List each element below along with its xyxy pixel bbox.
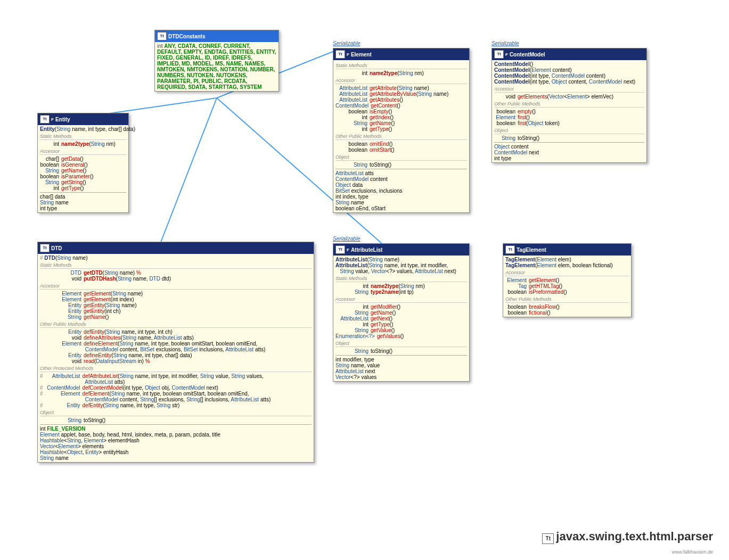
class-entity: TtFEntity Entity (String name, int type,… (37, 113, 129, 213)
section-accessor: Accessor (335, 77, 467, 84)
method: getContent (371, 103, 397, 109)
class-icon: Tt (335, 50, 345, 59)
svg-line-1 (160, 98, 217, 245)
section-static: Static Methods (335, 275, 467, 282)
args: (int tp) (398, 289, 413, 295)
section-accessor: Accessor (494, 86, 644, 93)
package-title: Ttjavax.swing.text.html.parser (542, 530, 713, 544)
class-dtdconstants: TtDTDConstants int ANY, CDATA, CONREF, C… (154, 30, 279, 92)
section-object: Object (335, 154, 467, 161)
args: (int ch) (104, 308, 121, 314)
method: getValue (371, 327, 391, 333)
ret: char[] (40, 156, 61, 162)
footer-link[interactable]: www.falkhausen.de (671, 549, 713, 555)
method: getAttributes (370, 97, 399, 103)
method: defElement (83, 391, 110, 397)
class-title: ContentModel (510, 52, 545, 57)
method: getValues (377, 333, 400, 339)
method: fictional (529, 310, 547, 316)
ctor: DTD (44, 255, 55, 261)
class-header: TtFEntity (38, 113, 128, 125)
method: defAttributeList (83, 373, 118, 379)
ctor: Entity (40, 126, 55, 132)
ret: boolean (40, 162, 61, 168)
class-header: TtFElement (333, 48, 469, 60)
method: getModifier (371, 304, 397, 310)
args: (int index) (111, 297, 134, 302)
method: defineEntity (84, 352, 111, 358)
method: toString (370, 162, 388, 168)
method: getElements (518, 94, 547, 100)
method: getHTMLTag (529, 283, 559, 289)
method: getAttribute (370, 85, 397, 91)
class-tagelement: TtTagElement TagElement (Element elem) T… (503, 243, 632, 317)
method: breaksFlow (529, 304, 556, 310)
class-icon: Tt (335, 245, 345, 254)
class-header: TtDTDConstants (155, 30, 279, 42)
class-icon: Tt (505, 245, 515, 254)
method: getDTD (84, 270, 103, 276)
constants-list: ANY, CDATA, CONREF, CURRENT, DEFAULT, EM… (157, 43, 276, 90)
method: getIndex (370, 114, 390, 120)
method: getAttributeByValue (370, 91, 416, 97)
class-dtd: TtDTD # DTD (String name) Static Methods… (37, 242, 314, 463)
ctor: ContentModel (494, 61, 530, 67)
class-title: Element (351, 52, 372, 57)
field: int index, type (335, 194, 467, 200)
class-header: TtDTD (38, 242, 314, 254)
method: first (518, 114, 526, 120)
class-element: TtFElement Static Methods intname2type (… (333, 48, 470, 213)
method: defineElement (84, 341, 118, 347)
method: name2type (370, 70, 397, 76)
class-header: TtTagElement (503, 244, 631, 256)
ctor-args: (String name, int type, char[] data) (55, 126, 135, 132)
section-object: Object (335, 340, 467, 347)
section-accessor: Accessor (335, 296, 467, 303)
method: isParameter (61, 174, 90, 179)
class-title: AttributeList (351, 247, 382, 253)
method: getType (61, 185, 80, 191)
section-accessor: Accessor (40, 148, 126, 155)
method: putDTDHash (84, 276, 116, 282)
section-other: Other Public Methods (335, 133, 467, 140)
method: omitStart (370, 147, 391, 153)
ctor: ContentModel (494, 73, 530, 79)
method: getEntity (84, 302, 104, 308)
method: defEntity (83, 402, 103, 408)
method: getData (61, 156, 80, 162)
field: int modifier, type (335, 357, 467, 363)
method: isPreformatted (529, 289, 563, 295)
method: getElement (84, 291, 111, 297)
serializable-label: Serializable (333, 236, 361, 242)
method: getElement (84, 297, 111, 302)
method: getType (370, 126, 389, 132)
ctor: AttributeList (335, 257, 367, 262)
package-icon: Tt (542, 533, 554, 544)
method: name2type (61, 141, 89, 147)
section-other: Other Public Methods (40, 321, 312, 328)
method: getName (84, 314, 105, 320)
method: toString (518, 135, 536, 141)
class-icon: Tt (40, 244, 50, 252)
method: getString (61, 179, 83, 185)
class-icon: Tt (40, 115, 50, 123)
method: getName (371, 310, 392, 316)
method: empty (518, 109, 532, 114)
method: getName (61, 168, 83, 174)
method: read (84, 358, 94, 364)
section-accessor: Accessor (40, 283, 312, 290)
method: getEntity (84, 308, 104, 314)
class-title: DTD (51, 245, 62, 251)
ret: String (40, 168, 61, 174)
section-static: Static Methods (335, 62, 467, 69)
method: first (518, 120, 526, 126)
ctor: TagElement (505, 257, 535, 262)
method: omitEnd (370, 141, 389, 147)
method: name2type (371, 283, 398, 289)
section-other: Other Public Methods (494, 101, 644, 108)
method: getName (370, 120, 391, 126)
args: () (530, 61, 534, 67)
method: type2name (371, 289, 398, 295)
method: defContentModel (83, 385, 123, 391)
field: FILE_VERSION (47, 426, 85, 432)
